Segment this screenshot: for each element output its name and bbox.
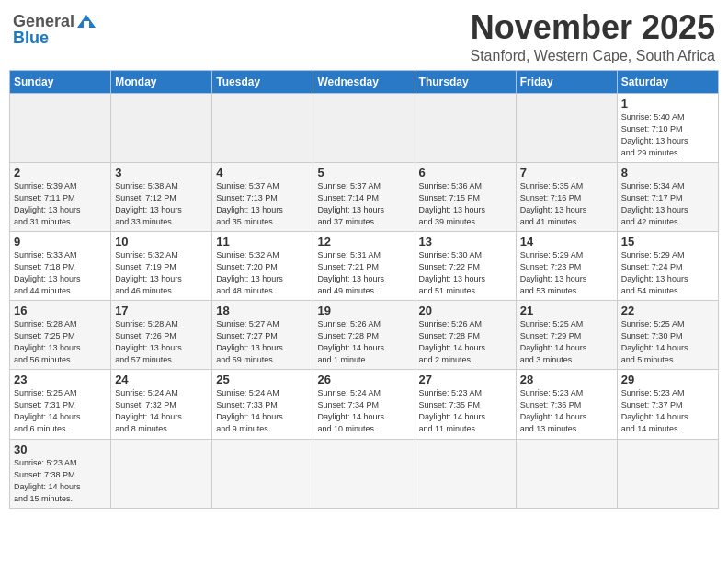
calendar-cell: 5Sunrise: 5:37 AMSunset: 7:14 PMDaylight… [313,162,415,231]
day-info: Sunrise: 5:37 AMSunset: 7:13 PMDaylight:… [216,180,309,228]
calendar-cell: 1Sunrise: 5:40 AMSunset: 7:10 PMDaylight… [617,93,718,162]
calendar-cell: 10Sunrise: 5:32 AMSunset: 7:19 PMDayligh… [111,231,212,300]
day-info: Sunrise: 5:37 AMSunset: 7:14 PMDaylight:… [317,180,410,228]
day-number: 6 [419,166,512,179]
calendar-cell [10,93,111,162]
day-info: Sunrise: 5:32 AMSunset: 7:19 PMDaylight:… [115,249,208,297]
day-number: 10 [115,235,208,248]
day-info: Sunrise: 5:29 AMSunset: 7:23 PMDaylight:… [520,249,613,297]
weekday-header-saturday: Saturday [617,70,718,93]
calendar-cell: 26Sunrise: 5:24 AMSunset: 7:34 PMDayligh… [313,370,415,439]
calendar-cell: 23Sunrise: 5:25 AMSunset: 7:31 PMDayligh… [10,370,111,439]
day-number: 22 [621,304,714,317]
weekday-header-friday: Friday [516,70,617,93]
logo: General Blue [13,9,97,46]
day-info: Sunrise: 5:34 AMSunset: 7:17 PMDaylight:… [621,180,714,228]
logo-blue-text: Blue [13,29,49,46]
day-number: 24 [115,373,208,386]
day-number: 7 [520,166,613,179]
calendar-cell: 11Sunrise: 5:32 AMSunset: 7:20 PMDayligh… [212,231,313,300]
title-area: November 2025 Stanford, Western Cape, So… [470,9,715,64]
day-info: Sunrise: 5:25 AMSunset: 7:29 PMDaylight:… [520,318,613,366]
calendar-cell [313,93,415,162]
day-info: Sunrise: 5:31 AMSunset: 7:21 PMDaylight:… [317,249,410,297]
calendar-cell: 29Sunrise: 5:23 AMSunset: 7:37 PMDayligh… [617,370,718,439]
month-title: November 2025 [470,9,715,46]
calendar-cell: 4Sunrise: 5:37 AMSunset: 7:13 PMDaylight… [212,162,313,231]
calendar-week-row: 23Sunrise: 5:25 AMSunset: 7:31 PMDayligh… [10,370,719,439]
calendar-cell [313,439,415,508]
svg-rect-2 [84,21,89,28]
day-number: 26 [317,373,410,386]
day-number: 21 [520,304,613,317]
day-info: Sunrise: 5:38 AMSunset: 7:12 PMDaylight:… [115,180,208,228]
day-number: 30 [14,442,107,456]
calendar-cell: 3Sunrise: 5:38 AMSunset: 7:12 PMDaylight… [111,162,212,231]
day-info: Sunrise: 5:23 AMSunset: 7:37 PMDaylight:… [621,387,714,435]
day-info: Sunrise: 5:26 AMSunset: 7:28 PMDaylight:… [419,318,512,366]
day-number: 17 [115,304,208,317]
day-number: 15 [621,235,714,248]
calendar-cell: 20Sunrise: 5:26 AMSunset: 7:28 PMDayligh… [415,301,516,370]
day-info: Sunrise: 5:28 AMSunset: 7:25 PMDaylight:… [14,318,107,366]
calendar-cell: 8Sunrise: 5:34 AMSunset: 7:17 PMDaylight… [617,162,718,231]
location-title: Stanford, Western Cape, South Africa [470,48,715,64]
day-info: Sunrise: 5:28 AMSunset: 7:26 PMDaylight:… [115,318,208,366]
calendar-week-row: 2Sunrise: 5:39 AMSunset: 7:11 PMDaylight… [10,162,719,231]
day-info: Sunrise: 5:25 AMSunset: 7:31 PMDaylight:… [14,387,107,435]
calendar-cell: 2Sunrise: 5:39 AMSunset: 7:11 PMDaylight… [10,162,111,231]
day-number: 14 [520,235,613,248]
day-number: 29 [621,373,714,386]
day-number: 4 [216,166,309,179]
calendar-cell: 15Sunrise: 5:29 AMSunset: 7:24 PMDayligh… [617,231,718,300]
calendar-cell: 9Sunrise: 5:33 AMSunset: 7:18 PMDaylight… [10,231,111,300]
day-number: 25 [216,373,309,386]
day-info: Sunrise: 5:40 AMSunset: 7:10 PMDaylight:… [621,111,714,159]
header-row: SundayMondayTuesdayWednesdayThursdayFrid… [10,70,719,93]
calendar-week-row: 1Sunrise: 5:40 AMSunset: 7:10 PMDaylight… [10,93,719,162]
calendar-cell: 18Sunrise: 5:27 AMSunset: 7:27 PMDayligh… [212,301,313,370]
calendar-cell: 6Sunrise: 5:36 AMSunset: 7:15 PMDaylight… [415,162,516,231]
calendar-cell: 22Sunrise: 5:25 AMSunset: 7:30 PMDayligh… [617,301,718,370]
day-info: Sunrise: 5:24 AMSunset: 7:33 PMDaylight:… [216,387,309,435]
day-info: Sunrise: 5:32 AMSunset: 7:20 PMDaylight:… [216,249,309,297]
day-info: Sunrise: 5:39 AMSunset: 7:11 PMDaylight:… [14,180,107,228]
logo-general-text: General [13,13,74,29]
day-info: Sunrise: 5:33 AMSunset: 7:18 PMDaylight:… [14,249,107,297]
day-info: Sunrise: 5:36 AMSunset: 7:15 PMDaylight:… [419,180,512,228]
calendar-cell [212,439,313,508]
calendar-cell [111,93,212,162]
day-info: Sunrise: 5:35 AMSunset: 7:16 PMDaylight:… [520,180,613,228]
day-number: 3 [115,166,208,179]
weekday-header-sunday: Sunday [10,70,111,93]
day-number: 16 [14,304,107,317]
day-info: Sunrise: 5:24 AMSunset: 7:32 PMDaylight:… [115,387,208,435]
day-number: 27 [419,373,512,386]
calendar-cell [111,439,212,508]
calendar-week-row: 9Sunrise: 5:33 AMSunset: 7:18 PMDaylight… [10,231,719,300]
day-number: 5 [317,166,410,179]
day-number: 11 [216,235,309,248]
day-number: 28 [520,373,613,386]
calendar-cell [617,439,718,508]
day-info: Sunrise: 5:27 AMSunset: 7:27 PMDaylight:… [216,318,309,366]
calendar-week-row: 16Sunrise: 5:28 AMSunset: 7:25 PMDayligh… [10,301,719,370]
day-number: 8 [621,166,714,179]
calendar-cell: 13Sunrise: 5:30 AMSunset: 7:22 PMDayligh… [415,231,516,300]
logo-icon [76,14,97,29]
weekday-header-thursday: Thursday [415,70,516,93]
day-info: Sunrise: 5:23 AMSunset: 7:36 PMDaylight:… [520,387,613,435]
day-number: 9 [14,235,107,248]
calendar-cell: 19Sunrise: 5:26 AMSunset: 7:28 PMDayligh… [313,301,415,370]
calendar-cell: 17Sunrise: 5:28 AMSunset: 7:26 PMDayligh… [111,301,212,370]
calendar-week-row: 30Sunrise: 5:23 AMSunset: 7:38 PMDayligh… [10,439,719,508]
day-number: 1 [621,97,714,110]
calendar-cell [212,93,313,162]
calendar-cell: 21Sunrise: 5:25 AMSunset: 7:29 PMDayligh… [516,301,617,370]
weekday-header-wednesday: Wednesday [313,70,415,93]
calendar-cell: 24Sunrise: 5:24 AMSunset: 7:32 PMDayligh… [111,370,212,439]
day-number: 13 [419,235,512,248]
day-number: 12 [317,235,410,248]
calendar-cell: 12Sunrise: 5:31 AMSunset: 7:21 PMDayligh… [313,231,415,300]
day-number: 20 [419,304,512,317]
